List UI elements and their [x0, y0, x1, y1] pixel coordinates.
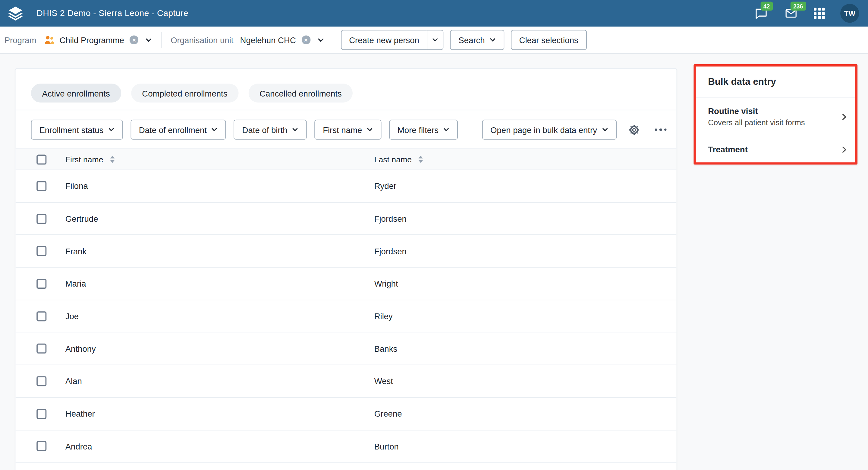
filter-label: Date of birth [242, 125, 287, 134]
bulk-data-entry-panel: Bulk data entry Routine visit Covers all… [693, 64, 858, 165]
main-content: Active enrollments Completed enrollments… [0, 54, 868, 470]
cell-last-name: Fjordsen [374, 246, 407, 256]
filter-label: First name [323, 125, 362, 134]
application-window: DHIS 2 Demo - Sierra Leone - Capture 42 … [0, 0, 868, 470]
row-checkbox[interactable] [36, 181, 46, 191]
app-title: DHIS 2 Demo - Sierra Leone - Capture [36, 8, 188, 19]
dhis2-logo-icon[interactable] [7, 5, 24, 22]
row-checkbox[interactable] [36, 311, 46, 321]
interpretations-badge: 42 [761, 2, 773, 10]
tab-completed-enrollments[interactable]: Completed enrollments [131, 84, 239, 102]
row-checkbox[interactable] [36, 344, 46, 354]
row-checkbox[interactable] [36, 246, 46, 256]
sort-icon[interactable] [418, 156, 423, 163]
table-row[interactable]: Frank Fjordsen [16, 235, 676, 268]
create-new-person-split-button: Create new person [341, 30, 444, 50]
chevron-down-icon [489, 36, 496, 43]
orgunit-value: Ngelehun CHC [240, 35, 296, 45]
column-header-last-name[interactable]: Last name [374, 155, 412, 164]
clear-program-button[interactable] [130, 36, 138, 45]
filter-date-of-enrollment[interactable]: Date of enrollment [130, 120, 226, 140]
table-row[interactable]: Maria Wright [16, 268, 676, 300]
search-button-label: Search [458, 35, 485, 45]
open-bulk-data-entry-button[interactable]: Open page in bulk data entry [482, 120, 617, 140]
clear-orgunit-button[interactable] [301, 36, 310, 45]
cell-last-name: Burton [374, 442, 399, 451]
row-checkbox[interactable] [36, 409, 46, 419]
table-row[interactable] [16, 463, 676, 470]
cell-first-name: Frank [65, 246, 87, 256]
table-header-row: First name Last name [16, 148, 676, 170]
chevron-down-icon [108, 126, 115, 133]
bulk-item-subtitle: Covers all patient visit forms [708, 117, 832, 127]
row-checkbox[interactable] [36, 376, 46, 386]
filter-first-name[interactable]: First name [315, 120, 381, 140]
program-label: Program [4, 35, 36, 45]
sort-icon[interactable] [110, 156, 115, 163]
filter-more-filters[interactable]: More filters [389, 120, 458, 140]
messages-button[interactable]: 236 [784, 6, 798, 21]
cell-first-name: Maria [65, 279, 86, 288]
filter-label: Date of enrollment [139, 125, 207, 134]
tab-active-enrollments[interactable]: Active enrollments [31, 84, 121, 102]
chevron-down-icon [367, 126, 373, 133]
enrollment-tabs: Active enrollments Completed enrollments… [16, 69, 676, 102]
chevron-right-icon [840, 145, 848, 153]
divider [161, 32, 162, 48]
cell-last-name: Riley [374, 311, 393, 321]
cell-first-name: Anthony [65, 344, 96, 353]
chevron-down-icon [292, 126, 299, 133]
row-checkbox[interactable] [36, 441, 46, 451]
filter-date-of-birth[interactable]: Date of birth [234, 120, 307, 140]
tab-cancelled-enrollments[interactable]: Cancelled enrollments [248, 84, 352, 102]
context-selection-bar: Program Child Programme Organisation uni… [0, 27, 868, 54]
user-avatar[interactable]: TW [840, 4, 859, 23]
program-chevron-down-icon[interactable] [145, 36, 153, 43]
cell-last-name: Banks [374, 344, 398, 353]
open-bulk-label: Open page in bulk data entry [490, 125, 597, 134]
bulk-panel-title: Bulk data entry [696, 66, 855, 98]
apps-menu-button[interactable] [814, 8, 825, 19]
table-row[interactable]: Filona Ryder [16, 170, 676, 203]
orgunit-chevron-down-icon[interactable] [317, 36, 324, 43]
cell-first-name: Joe [65, 311, 79, 321]
table-row[interactable]: Heather Greene [16, 398, 676, 430]
more-options-icon[interactable] [652, 125, 669, 134]
program-value: Child Programme [60, 35, 124, 45]
filter-label: More filters [398, 125, 438, 134]
clear-selections-button[interactable]: Clear selections [511, 30, 587, 50]
filter-enrollment-status[interactable]: Enrollment status [31, 120, 123, 140]
cell-last-name: West [374, 377, 393, 386]
table-row[interactable]: Joe Riley [16, 300, 676, 333]
cell-first-name: Heather [65, 409, 95, 418]
program-icon [43, 34, 55, 46]
create-new-person-dropdown-toggle[interactable] [427, 30, 444, 50]
row-checkbox[interactable] [36, 279, 46, 289]
cell-first-name: Filona [65, 181, 88, 190]
bulk-item-treatment[interactable]: Treatment [696, 136, 855, 162]
create-new-person-button[interactable]: Create new person [341, 30, 428, 50]
cell-last-name: Greene [374, 409, 402, 418]
row-checkbox[interactable] [36, 213, 46, 224]
enrollment-table: First name Last name Filona Ryder Gertru [16, 148, 676, 470]
bulk-item-title: Routine visit [708, 107, 832, 116]
cell-first-name: Andrea [65, 442, 92, 451]
filter-label: Enrollment status [39, 125, 103, 134]
column-settings-icon[interactable] [627, 123, 640, 136]
cell-last-name: Ryder [374, 181, 396, 190]
search-dropdown-button[interactable]: Search [450, 30, 504, 50]
chevron-right-icon [840, 113, 848, 121]
chevron-down-icon [443, 126, 450, 133]
column-header-first-name[interactable]: First name [65, 155, 103, 164]
interpretations-button[interactable]: 42 [754, 6, 769, 21]
table-row[interactable]: Gertrude Fjordsen [16, 203, 676, 235]
select-all-checkbox[interactable] [36, 154, 46, 165]
orgunit-label: Organisation unit [170, 35, 233, 45]
cell-first-name: Gertrude [65, 214, 98, 223]
table-row[interactable]: Andrea Burton [16, 430, 676, 463]
cell-last-name: Wright [374, 279, 398, 288]
chevron-down-icon [432, 36, 438, 43]
bulk-item-routine-visit[interactable]: Routine visit Covers all patient visit f… [696, 98, 855, 136]
table-row[interactable]: Alan West [16, 365, 676, 398]
table-row[interactable]: Anthony Banks [16, 333, 676, 365]
